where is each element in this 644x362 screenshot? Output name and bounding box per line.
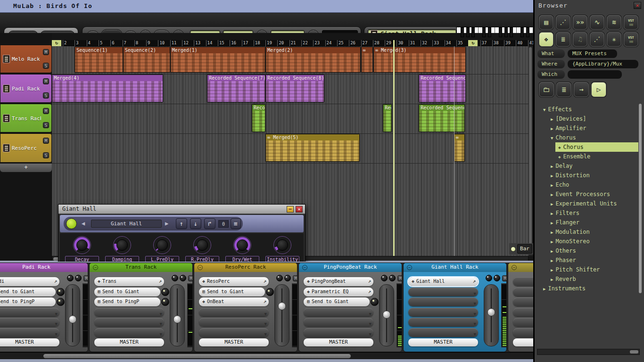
track-mute-button[interactable]: M xyxy=(43,108,49,114)
open-editor-icon[interactable]: ↗ xyxy=(263,297,266,306)
tree-collapsed-icon[interactable]: ▶ xyxy=(551,268,553,272)
pan-knob[interactable] xyxy=(381,275,388,281)
slot-empty[interactable]: ▼ xyxy=(513,308,533,317)
tree-item--devices-[interactable]: ▶[Devices] xyxy=(537,114,638,123)
tree-collapsed-icon[interactable]: ▶ xyxy=(551,117,553,122)
tree-collapsed-icon[interactable]: ▶ xyxy=(551,221,553,225)
strip-header[interactable]: −Padi Rack xyxy=(0,263,88,272)
vscroll-handle[interactable] xyxy=(529,47,532,250)
strip-header[interactable]: −Trans Rack xyxy=(90,263,192,272)
open-editor-icon[interactable]: ↗ xyxy=(368,277,371,286)
loop-end-marker[interactable]: ↻ xyxy=(468,40,478,46)
slot-onbeat[interactable]: ❖OnBeat↗ xyxy=(199,297,269,306)
strip-mute-button[interactable]: M xyxy=(397,275,402,281)
arrow-icon[interactable]: → xyxy=(574,82,589,97)
gain-knob[interactable] xyxy=(75,275,82,281)
ramp-icon[interactable]: ⋰ xyxy=(590,32,604,47)
param-knob[interactable] xyxy=(73,236,91,254)
tree-item-modulation[interactable]: ▶Modulation xyxy=(537,227,638,237)
slot-empty[interactable]: ▼ xyxy=(513,318,533,327)
slot-empty[interactable]: ▼ xyxy=(408,288,478,296)
slot-trans[interactable]: ❖Trans↗ xyxy=(94,277,164,286)
asterisk-icon[interactable]: ✳ xyxy=(607,32,621,47)
slot-empty[interactable]: ▼ xyxy=(0,328,59,337)
tree-collapsed-icon[interactable]: ▶ xyxy=(551,239,553,244)
clip-recorded-sequence-8-[interactable]: Recorded Sequence(8) xyxy=(265,74,324,102)
slot-empty[interactable]: ▼ xyxy=(94,308,164,317)
open-editor-icon[interactable]: ↗ xyxy=(368,288,371,296)
strip-mute-button[interactable]: M xyxy=(293,275,297,281)
clip-loop[interactable]: ∞ xyxy=(361,47,373,73)
output-slot[interactable]: MASTER xyxy=(408,338,478,346)
tree-item-phaser[interactable]: ▶Phaser xyxy=(537,255,638,265)
track-header-padi-rack[interactable]: Padi RackMS xyxy=(0,74,52,103)
clip-merged-4-[interactable]: Merged(4) xyxy=(52,74,163,102)
send-amount-knob[interactable] xyxy=(161,298,169,306)
slot-empty[interactable]: ▼ xyxy=(408,297,478,306)
notes-icon[interactable]: ♫ xyxy=(573,32,587,47)
volume-fader[interactable] xyxy=(65,284,80,346)
clip-recorded-sequence[interactable]: Recorded Sequence xyxy=(383,104,392,132)
open-editor-icon[interactable]: ↗ xyxy=(263,277,266,286)
snap-led[interactable] xyxy=(511,247,516,252)
piano-black-key[interactable] xyxy=(526,27,529,37)
add-track-button[interactable]: + xyxy=(0,164,52,172)
slot-empty[interactable]: ▼ xyxy=(199,308,269,317)
insert-button[interactable]: ↱ xyxy=(204,218,215,229)
send-amount-knob[interactable] xyxy=(371,298,379,306)
open-editor-icon[interactable]: ↗ xyxy=(54,277,57,286)
volume-fader[interactable] xyxy=(484,284,499,346)
tree-collapsed-icon[interactable]: ▶ xyxy=(551,230,553,235)
slot-empty[interactable]: ▼ xyxy=(408,318,478,327)
piano-black-key[interactable] xyxy=(482,27,486,37)
slot-pingpongbeat[interactable]: ❖PingPongBeat↗ xyxy=(304,277,373,286)
slot-empty[interactable]: ▼ xyxy=(513,297,533,306)
slot-empty[interactable]: ▼ xyxy=(408,308,478,317)
folder-icon[interactable]: 🗀 xyxy=(539,82,554,97)
gain-knob[interactable] xyxy=(494,275,500,281)
minimize-button[interactable]: — xyxy=(287,206,294,213)
preset-index-display[interactable]: 0 xyxy=(218,220,229,228)
tree-item-others[interactable]: ▶Others xyxy=(537,246,638,255)
tree-collapsed-icon[interactable]: ▶ xyxy=(551,211,553,216)
tree-item-chorus[interactable]: ▼Chorus xyxy=(537,133,638,142)
output-slot[interactable]: MASTER xyxy=(0,338,59,346)
fader-handle[interactable] xyxy=(487,308,495,316)
collapse-icon[interactable]: − xyxy=(302,265,307,270)
automation-icon[interactable]: ⋰ xyxy=(556,15,570,30)
slot-empty[interactable]: ▼ xyxy=(513,328,533,337)
clip-recorded-sequence[interactable]: Recorded Sequence xyxy=(252,104,265,132)
where-value[interactable]: {AppLibrary}/Mux xyxy=(568,60,638,68)
slot-empty[interactable]: ▼ xyxy=(304,308,373,317)
slot-send-to-giant[interactable]: ⊞Send to Giant xyxy=(304,297,370,306)
track-solo-button[interactable]: S xyxy=(43,152,49,158)
tree-vscrollbar[interactable] xyxy=(639,104,642,293)
strip-header[interactable]: −PingPongBeat Rack xyxy=(299,263,402,272)
slot-empty[interactable]: ▼ xyxy=(94,328,164,337)
tree-item-reverb[interactable]: ▶Reverb xyxy=(537,274,638,284)
track-header-resoperc[interactable]: ResoPercMS xyxy=(0,133,52,163)
vst-inst-icon[interactable]: VST▯▯▯ xyxy=(624,32,638,47)
track-mute-button[interactable]: M xyxy=(43,138,49,144)
clip-recorded-sequence[interactable]: Recorded Sequence xyxy=(419,104,464,132)
tree-item-chorus[interactable]: ❖Chorus xyxy=(537,142,638,152)
tree-item-flanger[interactable]: ▶Flanger xyxy=(537,218,638,227)
clip-recorded-sequence[interactable]: Recorded Sequence xyxy=(419,74,466,102)
tree-collapsed-icon[interactable]: ▶ xyxy=(551,126,553,131)
mixer-hscroll-handle[interactable] xyxy=(43,354,351,358)
clip-sequence-1-[interactable]: Sequence(1) xyxy=(74,47,123,73)
pan-knob[interactable] xyxy=(67,275,74,281)
track-mute-button[interactable]: M xyxy=(43,78,49,84)
loop-start-marker[interactable]: ↻ xyxy=(52,40,61,46)
close-icon[interactable]: ✕ xyxy=(296,206,303,213)
pan-knob[interactable] xyxy=(172,275,178,281)
tree-collapsed-icon[interactable]: ▶ xyxy=(551,249,553,254)
menu-icon[interactable]: ≡ xyxy=(231,218,241,229)
snap-setting[interactable]: Bar xyxy=(509,243,533,255)
tree-item-event-processors[interactable]: ▶Event Processors xyxy=(537,189,638,199)
audio-wave-icon[interactable]: ∿ xyxy=(590,15,604,30)
output-slot[interactable]: MASTER xyxy=(199,338,269,346)
collapse-icon[interactable]: − xyxy=(93,265,98,270)
piano-black-key[interactable] xyxy=(499,27,502,37)
strip-mute-button[interactable]: M xyxy=(83,275,88,281)
